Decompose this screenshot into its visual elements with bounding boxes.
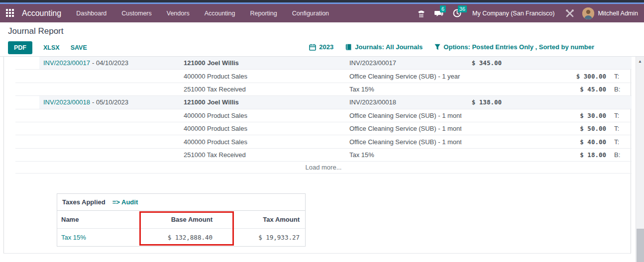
- account-cell: 251000 Tax Received: [183, 149, 349, 161]
- journal-entry-date: - 05/10/2023: [92, 98, 128, 106]
- account-code: 121000: [184, 59, 205, 67]
- nav-item-customers[interactable]: Customers: [121, 8, 151, 19]
- messages-badge: 6: [440, 5, 446, 12]
- journal-entry-link[interactable]: INV/2023/00017: [43, 59, 90, 67]
- activities-clock-icon[interactable]: 36: [451, 8, 462, 18]
- row-indent-cell: [15, 96, 39, 108]
- tax-base-amount: $ 132,888.40: [143, 234, 235, 241]
- line-label-cell: Office Cleaning Service (SUB) - 1 year 0…: [349, 70, 461, 82]
- vertical-scrollbar[interactable]: ▲: [636, 57, 644, 262]
- debit-cell: [461, 83, 504, 95]
- journal-table-row: 400000 Product Sales Office Cleaning Ser…: [15, 70, 632, 83]
- account-cell: 400000 Product Sales: [183, 70, 349, 82]
- voip-phone-icon[interactable]: [416, 8, 427, 18]
- tax-grid-cell: [608, 96, 632, 108]
- nav-item-dashboard[interactable]: Dashboard: [76, 8, 107, 19]
- account-cell: 400000 Product Sales: [183, 109, 349, 122]
- debit-cell: [461, 149, 504, 161]
- document-cell: [39, 83, 183, 95]
- xlsx-button[interactable]: XLSX: [43, 44, 60, 51]
- nav-item-configuration[interactable]: Configuration: [292, 8, 329, 19]
- book-icon: [345, 44, 352, 51]
- options-filter-label: Options: Posted Entries Only , Sorted by…: [443, 43, 594, 51]
- taxes-applied-title: Taxes Applied: [62, 198, 106, 206]
- row-indent-cell: [15, 122, 39, 135]
- account-code: 400000 Product Sales: [184, 125, 247, 132]
- user-menu[interactable]: Mitchell Admin: [582, 7, 638, 19]
- tax-grid-cell: T:: [608, 122, 632, 135]
- credit-cell: $ 300.00: [504, 70, 608, 82]
- line-label-cell: Office Cleaning Service (SUB) - 1 month …: [349, 109, 461, 122]
- account-cell: 400000 Product Sales: [183, 135, 349, 148]
- save-button[interactable]: SAVE: [71, 44, 87, 51]
- debit-cell: [461, 109, 504, 122]
- tax-grid-cell: B:: [608, 149, 632, 161]
- date-filter[interactable]: 2023: [309, 43, 333, 51]
- audit-link[interactable]: => Audit: [112, 198, 138, 206]
- scrollbar-up-arrow-icon[interactable]: ▲: [636, 57, 644, 64]
- topbar: Accounting DashboardCustomersVendorsAcco…: [0, 4, 644, 22]
- account-cell: 251000 Tax Received: [183, 83, 349, 95]
- journal-table-row: 251000 Tax Received Tax 15% $ 18.00 B:: [15, 149, 632, 162]
- pdf-button[interactable]: PDF: [8, 41, 32, 54]
- account-code: 400000 Product Sales: [184, 112, 247, 119]
- credit-cell: [504, 96, 608, 108]
- account-code: 400000 Product Sales: [184, 73, 247, 80]
- tax-tax-amount: $ 19,933.27: [235, 234, 306, 241]
- control-panel: Journal Report PDF XLSX SAVE 2023: [0, 22, 644, 57]
- apps-menu-icon[interactable]: [6, 9, 15, 18]
- messages-icon[interactable]: 6: [433, 8, 444, 18]
- line-label-cell: Office Cleaning Service (SUB) - 1 month …: [349, 135, 461, 148]
- debug-tools-icon[interactable]: [564, 8, 575, 18]
- company-switcher[interactable]: My Company (San Francisco): [472, 10, 554, 17]
- debit-cell: [461, 70, 504, 82]
- journals-filter[interactable]: Journals: All Journals: [345, 43, 423, 51]
- row-indent-cell: [15, 149, 39, 161]
- journal-table-row: INV/2023/00018 - 05/10/2023 121000 Joel …: [15, 96, 632, 109]
- document-cell: INV/2023/00018 - 05/10/2023: [39, 96, 183, 108]
- journal-table-body: INV/2023/00017 - 04/10/2023 121000 Joel …: [15, 57, 632, 162]
- document-cell: [39, 149, 183, 161]
- scrollbar-thumb[interactable]: [637, 229, 644, 262]
- journal-table-row: 251000 Tax Received Tax 15% $ 45.00 B:: [15, 83, 632, 96]
- activities-badge: 36: [458, 5, 467, 12]
- taxes-table-row: Tax 15% $ 132,888.40 $ 19,933.27: [57, 229, 305, 246]
- debit-cell: $ 138.00: [461, 96, 504, 108]
- taxes-col-name: Name: [57, 216, 143, 223]
- export-buttons: PDF XLSX SAVE: [8, 41, 87, 54]
- line-label-cell: INV/2023/00017: [349, 57, 461, 69]
- line-label-cell: Tax 15%: [349, 83, 461, 95]
- nav-item-reporting[interactable]: Reporting: [250, 8, 277, 19]
- journal-entry-link[interactable]: INV/2023/00018: [43, 98, 90, 106]
- journal-table: INV/2023/00017 - 04/10/2023 121000 Joel …: [15, 57, 632, 174]
- report-filters: 2023 Journals: All Journals: [309, 43, 594, 51]
- line-label-cell: INV/2023/00018: [349, 96, 461, 108]
- account-cell: 121000 Joel Willis: [183, 96, 349, 108]
- account-code: 251000 Tax Received: [184, 151, 246, 159]
- date-filter-label: 2023: [319, 43, 333, 51]
- credit-cell: $ 18.00: [504, 149, 608, 161]
- journal-table-row: 400000 Product Sales Office Cleaning Ser…: [15, 122, 632, 135]
- options-filter[interactable]: Options: Posted Entries Only , Sorted by…: [434, 43, 594, 51]
- account-partner-name: Joel Willis: [207, 98, 238, 106]
- line-label-cell: Office Cleaning Service (SUB) - 1 month …: [349, 122, 461, 135]
- tax-name-link[interactable]: Tax 15%: [57, 234, 143, 241]
- credit-cell: $ 40.00: [504, 135, 608, 148]
- load-more-link[interactable]: Load more...: [15, 162, 632, 174]
- taxes-col-tax: Tax Amount: [235, 216, 306, 223]
- account-cell: 121000 Joel Willis: [183, 57, 349, 69]
- row-indent-cell: [15, 83, 39, 95]
- account-code: 400000 Product Sales: [184, 138, 247, 146]
- app-name[interactable]: Accounting: [22, 9, 61, 18]
- nav-item-vendors[interactable]: Vendors: [167, 8, 190, 19]
- tax-grid-cell: [608, 57, 632, 69]
- journals-filter-label: Journals: All Journals: [355, 43, 423, 51]
- account-partner-name: Joel Willis: [207, 59, 238, 67]
- account-code: 251000 Tax Received: [184, 86, 246, 93]
- journal-entry-date: - 04/10/2023: [92, 59, 128, 67]
- taxes-applied-card: Taxes Applied => Audit Name Base Amount …: [57, 193, 306, 247]
- nav-item-accounting[interactable]: Accounting: [205, 8, 235, 19]
- page-title: Journal Report: [8, 26, 64, 36]
- user-name: Mitchell Admin: [598, 10, 638, 17]
- document-cell: [39, 109, 183, 122]
